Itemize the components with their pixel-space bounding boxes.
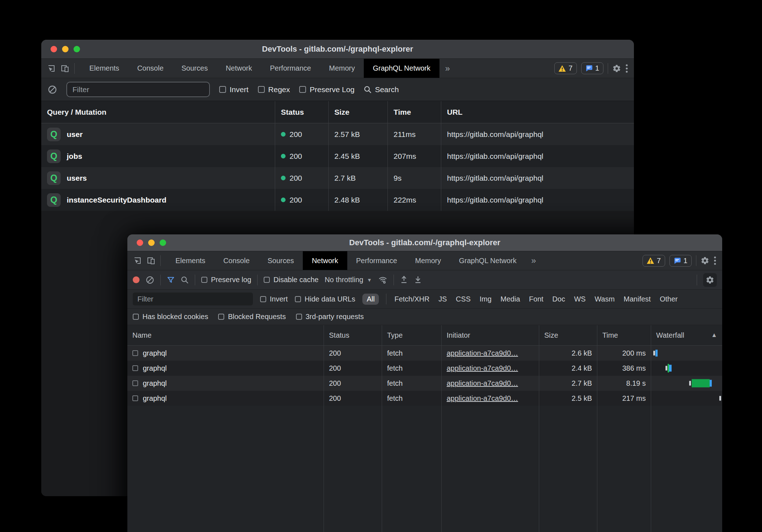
regex-checkbox[interactable] [258,86,265,93]
initiator-link[interactable]: application-a7ca9d0… [447,364,518,372]
has-blocked-cookies-checkbox[interactable] [133,314,139,320]
warnings-badge[interactable]: 7 [643,255,665,267]
type-chip-img[interactable]: Img [479,294,492,305]
warnings-badge[interactable]: 7 [554,62,577,74]
tab-performance[interactable]: Performance [347,251,406,270]
throttling-select[interactable]: No throttling ▼ [325,276,372,284]
column-header-time[interactable]: Time [388,101,441,123]
type-chip-js[interactable]: JS [438,294,447,305]
type-chip-all[interactable]: All [362,294,379,305]
invert-checkbox-wrap[interactable]: Invert [260,295,288,303]
import-har-icon[interactable] [400,276,408,284]
disable-cache-checkbox[interactable] [264,277,270,283]
export-har-icon[interactable] [414,276,422,284]
regex-checkbox-wrap[interactable]: Regex [258,85,290,94]
tab-elements[interactable]: Elements [80,59,128,78]
column-header-type[interactable]: Type [382,325,442,345]
type-chip-ws[interactable]: WS [573,294,586,305]
record-button[interactable] [133,276,140,283]
hide-data-urls-checkbox[interactable] [295,296,301,302]
column-header-size[interactable]: Size [329,101,388,123]
tab-memory[interactable]: Memory [406,251,450,270]
network-settings-button[interactable] [703,273,717,287]
tab-console[interactable]: Console [128,59,172,78]
initiator-link[interactable]: application-a7ca9d0… [447,394,518,403]
tab-graphql-network[interactable]: GraphQL Network [450,251,525,270]
search-icon[interactable] [181,276,189,284]
row-checkbox[interactable] [132,395,138,401]
column-header-query-mutation[interactable]: Query / Mutation [41,101,275,123]
type-chip-font[interactable]: Font [528,294,544,305]
tab-sources[interactable]: Sources [173,59,217,78]
column-header-name[interactable]: Name [127,325,324,345]
blocked-requests-checkbox-wrap[interactable]: Blocked Requests [218,313,286,321]
table-row[interactable]: Qusers 200 2.7 kB 9s https://gitlab.com/… [41,167,634,189]
clear-icon[interactable] [146,276,154,284]
table-row[interactable]: Qjobs 200 2.45 kB 207ms https://gitlab.c… [41,145,634,167]
inspect-element-icon[interactable] [47,64,56,73]
invert-checkbox[interactable] [219,86,226,93]
type-chip-doc[interactable]: Doc [552,294,566,305]
issues-badge[interactable]: 1 [669,255,692,267]
device-toolbar-icon[interactable] [147,256,155,265]
network-conditions-icon[interactable] [378,276,387,284]
tab-memory[interactable]: Memory [320,59,364,78]
tab-sources[interactable]: Sources [259,251,303,270]
type-chip-wasm[interactable]: Wasm [594,294,615,305]
kebab-menu-icon[interactable] [714,256,716,265]
column-header-status[interactable]: Status [324,325,382,345]
type-chip-fetch-xhr[interactable]: Fetch/XHR [394,294,430,305]
clear-icon[interactable] [48,85,57,94]
type-chip-css[interactable]: CSS [455,294,471,305]
row-checkbox[interactable] [132,350,138,356]
type-chip-other[interactable]: Other [659,294,678,305]
tab-graphql-network[interactable]: GraphQL Network [364,59,439,78]
preserve-log-checkbox[interactable] [299,86,306,93]
issues-badge[interactable]: 1 [581,62,603,74]
has-blocked-cookies-checkbox-wrap[interactable]: Has blocked cookies [133,313,208,321]
table-row[interactable]: Quser 200 2.57 kB 211ms https://gitlab.c… [41,123,634,145]
table-row[interactable]: QinstanceSecurityDashboard 200 2.48 kB 2… [41,189,634,211]
column-header-url[interactable]: URL [441,101,634,123]
tab-console[interactable]: Console [214,251,258,270]
filter-input[interactable] [133,293,253,305]
titlebar[interactable]: DevTools - gitlab.com/-/graphql-explorer [41,40,634,59]
settings-gear-icon[interactable] [612,64,621,73]
settings-gear-icon[interactable] [701,256,709,265]
column-header-initiator[interactable]: Initiator [442,325,539,345]
type-chip-manifest[interactable]: Manifest [623,294,652,305]
table-row[interactable]: graphql 200 fetch application-a7ca9d0… 2… [127,376,722,391]
preserve-log-checkbox-wrap[interactable]: Preserve Log [299,85,354,94]
inspect-element-icon[interactable] [133,256,142,265]
column-header-waterfall[interactable]: Waterfall ▲ [651,325,722,345]
blocked-requests-checkbox[interactable] [218,314,224,320]
filter-funnel-icon[interactable] [167,276,175,284]
preserve-log-checkbox-wrap[interactable]: Preserve log [201,276,251,284]
third-party-requests-checkbox-wrap[interactable]: 3rd-party requests [296,313,364,321]
invert-checkbox[interactable] [260,296,266,302]
table-row[interactable]: graphql 200 fetch application-a7ca9d0… 2… [127,391,722,406]
column-header-time[interactable]: Time [597,325,651,345]
column-header-size[interactable]: Size [539,325,597,345]
device-toolbar-icon[interactable] [61,64,69,73]
table-row[interactable]: graphql 200 fetch application-a7ca9d0… 2… [127,361,722,376]
initiator-link[interactable]: application-a7ca9d0… [447,379,518,388]
table-row[interactable]: graphql 200 fetch application-a7ca9d0… 2… [127,346,722,361]
third-party-requests-checkbox[interactable] [296,314,302,320]
preserve-log-checkbox[interactable] [201,277,207,283]
row-checkbox[interactable] [132,380,138,386]
titlebar[interactable]: DevTools - gitlab.com/-/graphql-explorer [127,234,722,251]
tab-elements[interactable]: Elements [166,251,214,270]
tab-network[interactable]: Network [217,59,261,78]
type-chip-media[interactable]: Media [500,294,521,305]
more-tabs-icon[interactable]: » [439,59,456,78]
filter-input[interactable] [66,82,210,97]
tab-performance[interactable]: Performance [261,59,320,78]
disable-cache-checkbox-wrap[interactable]: Disable cache [264,276,319,284]
kebab-menu-icon[interactable] [625,64,628,73]
column-header-status[interactable]: Status [275,101,329,123]
more-tabs-icon[interactable]: » [526,251,542,270]
row-checkbox[interactable] [132,365,138,371]
tab-network[interactable]: Network [303,251,347,270]
initiator-link[interactable]: application-a7ca9d0… [447,349,518,357]
